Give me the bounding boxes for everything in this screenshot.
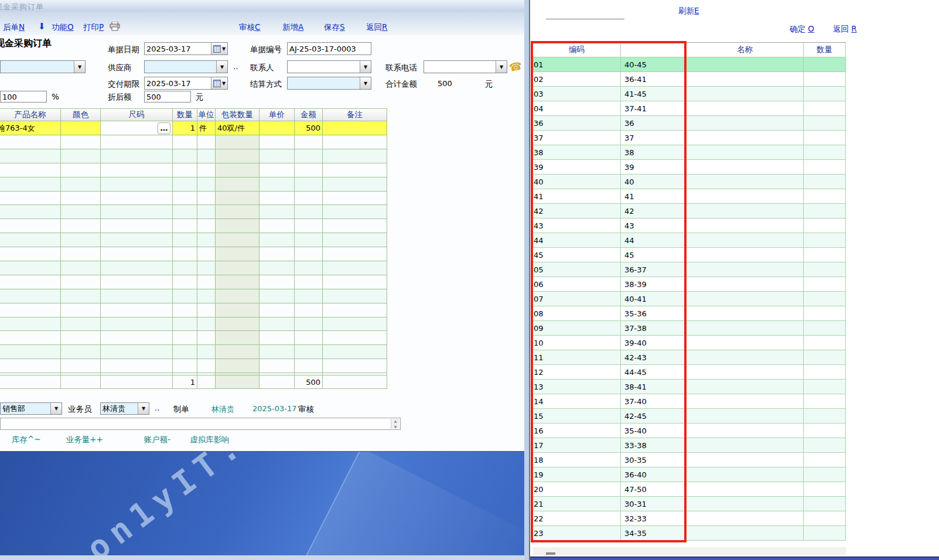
down-arrow-icon[interactable]: ⬇	[38, 22, 46, 31]
size-row-16[interactable]: 1635-40	[533, 424, 846, 438]
size-row-12[interactable]: 1244-45	[533, 365, 846, 380]
items-empty-row[interactable]	[0, 177, 387, 192]
items-empty-row[interactable]	[0, 163, 387, 177]
size-row-08[interactable]: 0835-36	[533, 306, 846, 321]
size-row-10[interactable]: 1039-40	[533, 336, 846, 350]
items-empty-row[interactable]	[0, 331, 387, 345]
salesman-more-link[interactable]: ..	[155, 403, 160, 412]
chevron-down-icon[interactable]: ▼	[74, 61, 85, 73]
size-row-05[interactable]: 0536-37	[533, 262, 846, 277]
items-column-header: 金额	[295, 109, 323, 121]
size-row-37[interactable]: 3737	[533, 131, 846, 145]
items-empty-row[interactable]	[0, 345, 387, 359]
doc-no-input[interactable]: AJ-25-03-17-0003	[287, 42, 371, 55]
size-row-22[interactable]: 2232-33	[533, 511, 846, 526]
size-row-39[interactable]: 3939	[533, 160, 846, 175]
items-empty-row[interactable]	[0, 275, 387, 289]
size-row-14[interactable]: 1437-40	[533, 394, 846, 409]
supplier-more-link[interactable]: ..	[233, 62, 238, 71]
department-combobox[interactable]: 销售部▼	[0, 402, 62, 415]
size-row-09[interactable]: 0937-38	[533, 321, 846, 336]
horizontal-scrollbar[interactable]	[533, 547, 846, 556]
size-row-40[interactable]: 4040	[533, 175, 846, 189]
size-row-44[interactable]: 4444	[533, 233, 846, 248]
toolbar-save-button[interactable]: 保存S	[324, 22, 345, 33]
items-cell: …	[101, 121, 173, 135]
menu-item-print[interactable]: 打印P	[83, 22, 104, 33]
size-row-45[interactable]: 4545	[533, 248, 846, 262]
size-row-36[interactable]: 3636	[533, 116, 846, 131]
items-empty-row[interactable]	[0, 135, 387, 149]
size-row-41[interactable]: 4141	[533, 189, 846, 204]
items-empty-row[interactable]	[0, 303, 387, 317]
size-row-01[interactable]: 0140-45	[533, 57, 846, 72]
chevron-down-icon[interactable]: ▼	[496, 61, 507, 73]
after-discount-input[interactable]: 500	[144, 91, 191, 103]
refresh-link[interactable]: 刷新E	[678, 6, 699, 16]
toolbar-audit-button[interactable]: 审核C	[239, 22, 260, 33]
menu-item-prev-doc[interactable]: 后单N	[3, 22, 25, 33]
items-empty-row[interactable]	[0, 149, 387, 163]
size-row-06[interactable]: 0638-39	[533, 277, 846, 292]
size-row-02[interactable]: 0236-41	[533, 72, 846, 87]
footer-link-0[interactable]: 库存^~	[12, 435, 41, 444]
toolbar-new-button[interactable]: 新增A	[282, 22, 303, 33]
toolbar-back-button[interactable]: 返回R	[366, 22, 387, 33]
chevron-down-icon[interactable]: ▼	[216, 61, 227, 73]
panel-search-input[interactable]	[546, 6, 624, 19]
salesman-combobox[interactable]: 林清贵▼	[100, 402, 149, 415]
menu-item-functions[interactable]: 功能O	[52, 22, 74, 33]
items-empty-row[interactable]	[0, 233, 387, 247]
printer-icon[interactable]	[110, 22, 120, 33]
size-picker-button[interactable]: …	[158, 122, 170, 134]
remark-input[interactable]: ▲▼	[0, 418, 401, 430]
size-row-19[interactable]: 1936-40	[533, 467, 846, 482]
size-row-15[interactable]: 1542-45	[533, 409, 846, 424]
footer-link-3[interactable]: 虚拟库影响	[190, 435, 230, 444]
spinner-control[interactable]: ▲▼	[391, 419, 399, 429]
size-row-38[interactable]: 3838	[533, 145, 846, 160]
size-row-07[interactable]: 0740-41	[533, 292, 846, 306]
size-row-11[interactable]: 1142-43	[533, 350, 846, 365]
items-empty-row[interactable]	[0, 289, 387, 303]
discount-pct-input[interactable]: 100	[0, 91, 47, 103]
scrollbar-thumb[interactable]	[546, 552, 555, 555]
confirm-link[interactable]: 确定 O	[790, 24, 814, 35]
size-row-43[interactable]: 4343	[533, 218, 846, 233]
items-empty-row[interactable]	[0, 219, 387, 233]
items-empty-row[interactable]	[0, 261, 387, 275]
items-empty-row[interactable]	[0, 317, 387, 332]
settle-method-combobox[interactable]: ▼	[287, 77, 371, 90]
items-empty-row[interactable]	[0, 192, 387, 206]
size-row-42[interactable]: 4242	[533, 204, 846, 218]
phone-combobox[interactable]: ▼	[424, 60, 507, 73]
calendar-dropdown-button[interactable]: ▼	[211, 43, 227, 54]
size-row-13[interactable]: 1338-41	[533, 380, 846, 394]
left-top-combobox[interactable]: ▼	[0, 60, 86, 73]
items-empty-row[interactable]	[0, 205, 387, 219]
chevron-down-icon[interactable]: ▼	[50, 403, 62, 414]
deliver-date-input[interactable]: 2025-03-17 ▼	[144, 77, 228, 90]
items-row-selected[interactable]: 翰763-4女…1件40双/件500	[0, 121, 387, 135]
footer-link-1[interactable]: 业务量++	[66, 435, 103, 444]
chevron-down-icon[interactable]: ▼	[360, 77, 371, 89]
contact-combobox[interactable]: ▼	[287, 60, 371, 73]
items-cell	[323, 205, 387, 218]
size-row-20[interactable]: 2047-50	[533, 482, 846, 497]
doc-date-input[interactable]: 2025-03-17 ▼	[144, 42, 228, 55]
chevron-down-icon[interactable]: ▼	[138, 403, 149, 414]
size-row-03[interactable]: 0341-45	[533, 87, 846, 101]
size-row-04[interactable]: 0437-41	[533, 101, 846, 116]
footer-link-2[interactable]: 账户额-	[144, 435, 170, 444]
size-row-23[interactable]: 2334-35	[533, 526, 846, 541]
supplier-combobox[interactable]: ▼	[144, 60, 228, 73]
items-empty-row[interactable]	[0, 247, 387, 261]
calendar-dropdown-button[interactable]: ▼	[211, 77, 227, 89]
chevron-down-icon[interactable]: ▼	[360, 61, 371, 73]
size-row-18[interactable]: 1830-35	[533, 453, 846, 467]
name-cell	[687, 57, 804, 71]
back-link[interactable]: 返回 R	[833, 24, 857, 35]
items-empty-row[interactable]	[0, 359, 387, 373]
size-row-21[interactable]: 2130-31	[533, 497, 846, 511]
size-row-17[interactable]: 1733-38	[533, 438, 846, 453]
